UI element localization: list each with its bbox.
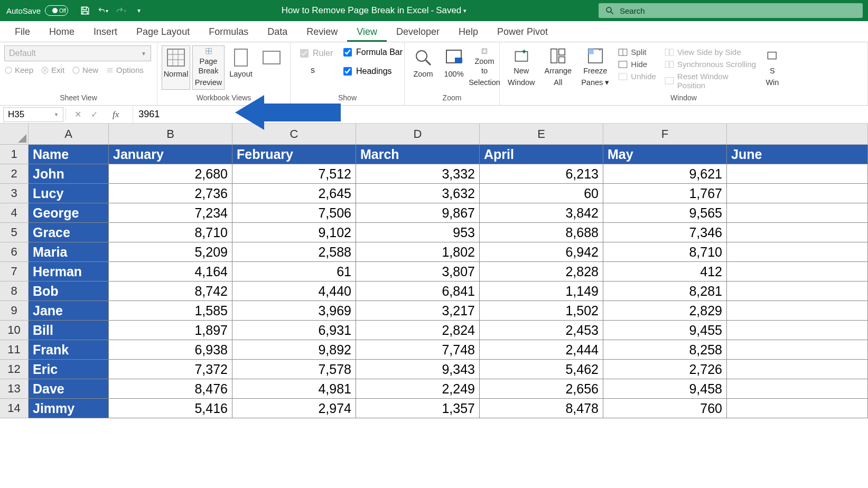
data-cell[interactable]: 2,829 <box>603 301 727 321</box>
data-cell[interactable] <box>727 379 868 399</box>
name-cell[interactable]: Grace <box>29 223 109 242</box>
exit-button[interactable]: Exit <box>41 65 64 74</box>
name-cell[interactable]: Jane <box>29 301 109 321</box>
data-cell[interactable]: 4,440 <box>232 281 356 301</box>
autosave-toggle[interactable]: AutoSave Off <box>0 5 74 16</box>
data-cell[interactable]: 2,588 <box>232 242 356 262</box>
row-header[interactable]: 11 <box>0 340 29 360</box>
view-side-by-side-button[interactable]: View Side by Side <box>665 48 759 57</box>
tab-view[interactable]: View <box>347 21 387 42</box>
tab-insert[interactable]: Insert <box>84 21 127 42</box>
data-cell[interactable]: 5,416 <box>109 399 232 418</box>
data-cell[interactable]: 9,455 <box>603 321 727 340</box>
data-cell[interactable]: 760 <box>603 399 727 418</box>
name-cell[interactable]: Herman <box>29 262 109 281</box>
data-cell[interactable]: 9,343 <box>356 360 480 379</box>
synchronous-scrolling-button[interactable]: Synchronous Scrolling <box>665 60 759 69</box>
data-cell[interactable]: 6,938 <box>109 340 232 360</box>
data-cell[interactable] <box>727 184 868 203</box>
name-cell[interactable]: Lucy <box>29 184 109 203</box>
reset-window-position-button[interactable]: Reset Window Position <box>665 72 759 90</box>
col-header-d[interactable]: D <box>356 124 480 145</box>
name-cell[interactable]: Eric <box>29 360 109 379</box>
tab-developer[interactable]: Developer <box>387 21 449 42</box>
data-cell[interactable]: 8,688 <box>480 223 603 242</box>
data-cell[interactable]: 8,742 <box>109 281 232 301</box>
data-cell[interactable]: 3,632 <box>356 184 480 203</box>
row-header[interactable]: 1 <box>0 145 29 164</box>
tab-home[interactable]: Home <box>40 21 84 42</box>
col-header-a[interactable]: A <box>29 124 109 145</box>
row-header[interactable]: 5 <box>0 223 29 242</box>
data-cell[interactable]: 5,209 <box>109 242 232 262</box>
data-cell[interactable]: 412 <box>603 262 727 281</box>
data-cell[interactable]: 6,841 <box>356 281 480 301</box>
data-cell[interactable] <box>727 340 868 360</box>
data-cell[interactable] <box>727 242 868 262</box>
header-cell[interactable]: May <box>603 145 727 164</box>
data-cell[interactable]: 1,767 <box>603 184 727 203</box>
data-cell[interactable]: 8,710 <box>603 242 727 262</box>
data-cell[interactable]: 9,102 <box>232 223 356 242</box>
data-cell[interactable]: 8,258 <box>603 340 727 360</box>
name-cell[interactable]: Jimmy <box>29 399 109 418</box>
data-cell[interactable]: 2,974 <box>232 399 356 418</box>
data-cell[interactable]: 2,444 <box>480 340 603 360</box>
data-cell[interactable]: 7,512 <box>232 164 356 184</box>
data-cell[interactable]: 1,502 <box>480 301 603 321</box>
row-header[interactable]: 6 <box>0 242 29 262</box>
undo-icon[interactable]: ▾ <box>98 5 108 16</box>
row-header[interactable]: 14 <box>0 399 29 418</box>
data-cell[interactable]: 3,332 <box>356 164 480 184</box>
options-button[interactable]: Options <box>106 65 144 74</box>
tab-formulas[interactable]: Formulas <box>199 21 258 42</box>
data-cell[interactable]: 9,565 <box>603 203 727 223</box>
name-cell[interactable]: Frank <box>29 340 109 360</box>
data-cell[interactable] <box>727 281 868 301</box>
tab-power-pivot[interactable]: Power Pivot <box>488 21 557 42</box>
row-header[interactable]: 2 <box>0 164 29 184</box>
data-cell[interactable] <box>727 399 868 418</box>
data-cell[interactable]: 7,748 <box>356 340 480 360</box>
data-cell[interactable]: 9,892 <box>232 340 356 360</box>
data-cell[interactable] <box>727 262 868 281</box>
data-cell[interactable]: 7,346 <box>603 223 727 242</box>
data-cell[interactable]: 4,981 <box>232 379 356 399</box>
split-button[interactable]: Split <box>618 48 656 57</box>
formula-bar-checkbox[interactable]: Formula Bar <box>343 48 403 57</box>
col-header-e[interactable]: E <box>480 124 603 145</box>
arrange-all-button[interactable]: ArrangeAll <box>541 45 576 90</box>
save-icon[interactable] <box>80 5 90 16</box>
row-header[interactable]: 4 <box>0 203 29 223</box>
data-cell[interactable]: 6,942 <box>480 242 603 262</box>
header-cell[interactable]: June <box>727 145 868 164</box>
freeze-panes-button[interactable]: * Freeze Panes ▾ <box>577 45 613 90</box>
row-header[interactable]: 8 <box>0 281 29 301</box>
col-header-f[interactable]: F <box>603 124 727 145</box>
name-box[interactable]: H35 ▼ <box>3 107 63 122</box>
data-cell[interactable]: 2,680 <box>109 164 232 184</box>
name-cell[interactable]: Bill <box>29 321 109 340</box>
row-header[interactable]: 9 <box>0 301 29 321</box>
header-cell[interactable]: March <box>356 145 480 164</box>
new-window-button[interactable]: NewWindow <box>504 45 539 90</box>
data-cell[interactable]: 8,478 <box>480 399 603 418</box>
data-cell[interactable]: 2,736 <box>109 184 232 203</box>
col-header-b[interactable]: B <box>109 124 232 145</box>
formula-enter-icon[interactable]: ✓ <box>91 109 98 119</box>
data-cell[interactable]: 1,149 <box>480 281 603 301</box>
row-header[interactable]: 12 <box>0 360 29 379</box>
name-cell[interactable]: John <box>29 164 109 184</box>
row-header[interactable]: 10 <box>0 321 29 340</box>
zoom-button[interactable]: Zoom <box>409 45 437 90</box>
data-cell[interactable]: 5,462 <box>480 360 603 379</box>
header-cell[interactable]: February <box>232 145 356 164</box>
data-cell[interactable]: 7,372 <box>109 360 232 379</box>
data-cell[interactable] <box>727 223 868 242</box>
data-cell[interactable]: 4,164 <box>109 262 232 281</box>
data-cell[interactable]: 8,710 <box>109 223 232 242</box>
data-cell[interactable]: 2,726 <box>603 360 727 379</box>
saved-dropdown-icon[interactable]: ▾ <box>463 7 466 14</box>
row-header[interactable]: 3 <box>0 184 29 203</box>
data-cell[interactable]: 9,458 <box>603 379 727 399</box>
